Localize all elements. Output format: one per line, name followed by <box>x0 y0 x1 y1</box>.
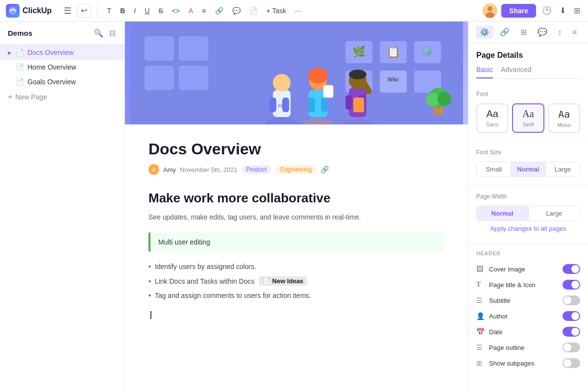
show-subpages-row: ⊞ Show subpages <box>476 355 580 371</box>
page-outline-label: Page outline <box>489 344 559 351</box>
sort-panel-icon[interactable]: ↕ <box>554 26 565 39</box>
svg-rect-31 <box>321 98 328 112</box>
apply-changes-button[interactable]: Apply changes to all pages <box>476 221 580 236</box>
svg-rect-37 <box>345 95 352 110</box>
italic-button[interactable]: I <box>130 5 140 17</box>
doc-callout: Multi user editing <box>148 232 444 252</box>
show-subpages-toggle[interactable] <box>563 358 580 368</box>
page-icon: 📄 <box>16 78 24 86</box>
document-area[interactable]: 🌿 📋 ⚙️ 📄 Wiki CU <box>125 22 468 392</box>
size-small-option[interactable]: Small <box>477 162 511 176</box>
list-item: Link Docs and Tasks within Docs 📄 New Id… <box>148 273 444 289</box>
subtitle-icon: ☰ <box>476 296 485 304</box>
user-avatar[interactable] <box>483 3 497 18</box>
hamburger-icon[interactable]: ☰ <box>62 3 74 18</box>
sidebar-item-goals-overview[interactable]: 📄 Goals Overview <box>0 74 124 89</box>
inline-doc-link[interactable]: 📄 New Ideas <box>259 276 308 286</box>
text-format-button[interactable]: T <box>103 5 116 17</box>
download-icon[interactable]: ⬇ <box>558 4 568 17</box>
sidebar-item-label: Docs Overview <box>27 49 117 56</box>
tag-product[interactable]: Product <box>242 165 271 174</box>
sidebar-toggle-icon[interactable]: ⊟ <box>108 27 117 39</box>
tab-basic[interactable]: Basic <box>476 66 493 78</box>
doc-meta: A Amy November 5th, 2021 Product Enginee… <box>148 164 444 175</box>
tab-advanced[interactable]: Advanced <box>501 66 531 78</box>
page-title-icon-label: Page title & Icon <box>489 281 559 289</box>
underline-button[interactable]: U <box>141 5 153 17</box>
svg-rect-23 <box>270 98 276 112</box>
doc-button[interactable]: 📄 <box>245 5 262 17</box>
svg-rect-5 <box>145 36 174 61</box>
toolbar-right: Share 🕐 ⬇ ⊞ <box>483 3 582 18</box>
app-logo[interactable]: ClickUp <box>6 4 52 18</box>
comment-panel-icon[interactable]: 💬 <box>534 25 551 39</box>
svg-point-22 <box>273 74 291 92</box>
toolbar: ClickUp ☰ ↩ T B I U S <> A ≡ 🔗 💬 📄 + Tas… <box>0 0 588 22</box>
history-icon[interactable]: 🕐 <box>540 4 554 17</box>
font-sans-option[interactable]: Aa Sans <box>476 103 508 133</box>
cover-image-toggle[interactable] <box>563 264 580 274</box>
panel-tabs: Basic Advanced <box>476 66 580 79</box>
svg-point-2 <box>488 6 492 11</box>
size-normal-option[interactable]: Normal <box>511 162 545 176</box>
task-button[interactable]: + Task <box>263 5 291 17</box>
sidebar-item-home-overview[interactable]: 📄 Home Overview <box>0 60 124 74</box>
text-cursor <box>150 311 151 319</box>
more-button[interactable]: ··· <box>291 5 305 17</box>
link-button[interactable]: 🔗 <box>211 5 227 17</box>
author-toggle[interactable] <box>563 311 580 321</box>
comment-button[interactable]: 💬 <box>228 5 245 17</box>
page-title-icon-toggle[interactable] <box>563 280 580 290</box>
back-icon[interactable]: ↩ <box>77 4 91 18</box>
sidebar-header-icons: 🔍 ⊟ <box>93 27 117 39</box>
settings-panel-icon[interactable]: ⚙️ <box>476 25 493 39</box>
date-label: Date <box>489 328 559 336</box>
page-outline-toggle[interactable] <box>563 343 580 352</box>
show-subpages-label: Show subpages <box>489 360 559 367</box>
tag-engineering[interactable]: Engineering <box>275 165 317 174</box>
align-button[interactable]: ≡ <box>198 5 210 17</box>
more-panel-icon[interactable]: ≡ <box>568 26 581 39</box>
width-large-option[interactable]: Large <box>529 206 580 220</box>
search-icon[interactable]: 🔍 <box>93 27 104 39</box>
page-icon: 📄 <box>16 63 24 71</box>
toolbar-divider <box>97 5 98 17</box>
callout-text: Multi user editing <box>158 238 210 246</box>
color-button[interactable]: A <box>185 5 197 17</box>
svg-rect-7 <box>179 36 208 61</box>
bold-button[interactable]: B <box>116 5 129 17</box>
link-panel-icon[interactable]: 🔗 <box>496 25 514 39</box>
page-outline-icon: ☰ <box>476 343 485 351</box>
width-normal-option[interactable]: Normal <box>477 206 529 220</box>
date-toggle[interactable] <box>563 327 580 337</box>
header-toggles-section: HEADER 🖼 Cover image T Page title & Icon… <box>468 245 588 377</box>
cover-image-row: 🖼 Cover image <box>476 261 580 277</box>
link-label: New Ideas <box>272 277 304 285</box>
expand-arrow-icon: ▶ <box>8 50 12 55</box>
share-icon[interactable]: 🔗 <box>320 166 329 173</box>
format-group: T B I U S <> A ≡ 🔗 💬 📄 + Task ··· <box>103 5 305 17</box>
logo-text: ClickUp <box>23 6 52 15</box>
sidebar-item-label: Home Overview <box>27 63 117 71</box>
font-mono-option[interactable]: Aa Mono <box>548 103 580 133</box>
panel-title: Page Details <box>476 51 580 60</box>
svg-text:📋: 📋 <box>387 45 400 58</box>
code-button[interactable]: <> <box>168 5 184 17</box>
new-page-button[interactable]: + New Page <box>0 89 124 105</box>
sidebar-item-docs-overview[interactable]: ▶ 📄 Docs Overview <box>0 45 124 60</box>
layout-icon[interactable]: ⊞ <box>572 4 582 17</box>
right-panel: ⚙️ 🔗 ⊞ 💬 ↕ ≡ Page Details Basic Advanced… <box>468 22 588 392</box>
font-size-section: Font Size Small Normal Large <box>468 141 588 185</box>
date-row: 📅 Date <box>476 324 580 340</box>
share-button[interactable]: Share <box>501 4 536 18</box>
show-subpages-icon: ⊞ <box>476 359 485 367</box>
grid-panel-icon[interactable]: ⊞ <box>516 25 531 39</box>
size-large-option[interactable]: Large <box>546 162 580 176</box>
strikethrough-button[interactable]: S <box>154 5 167 17</box>
subtitle-toggle[interactable] <box>563 295 580 305</box>
font-serif-option[interactable]: Aa Serif <box>512 103 544 133</box>
panel-icon-row: ⚙️ 🔗 ⊞ 💬 ↕ ≡ <box>468 22 588 43</box>
bullet-text: Link Docs and Tasks within Docs <box>155 277 255 285</box>
font-section-label: Font <box>476 91 580 98</box>
sidebar-item-label: Goals Overview <box>27 78 117 86</box>
